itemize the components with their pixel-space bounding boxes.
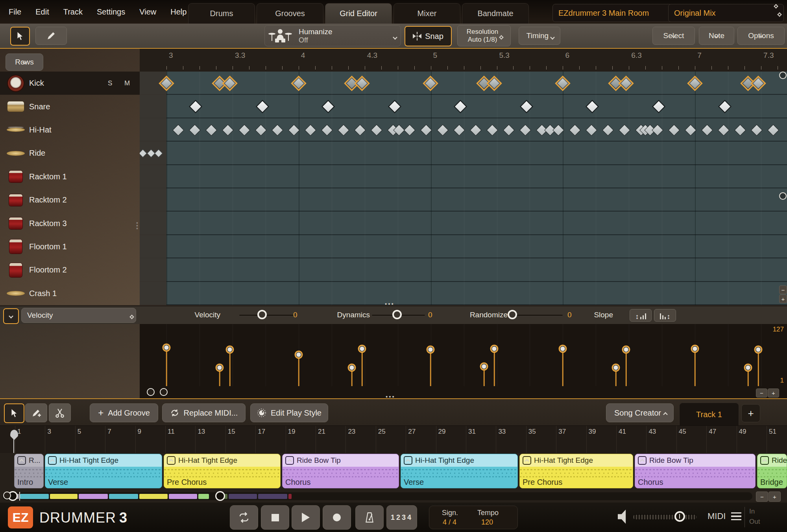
mix-preset-select[interactable]: Original Mix [668,4,784,22]
volume-slider[interactable] [633,514,697,520]
velocity-stem[interactable] [758,350,759,386]
drum-row-ride[interactable]: Ride [0,142,140,165]
grid-rows[interactable] [140,72,787,305]
chevron-up-box-icon[interactable] [167,456,176,465]
tab-drums[interactable]: Drums [188,3,255,24]
count-in-button[interactable]: 1234 [386,505,417,530]
stop-button[interactable] [261,505,289,530]
velocity-stem[interactable] [695,349,696,386]
song-block-pre-chorus[interactable]: Hi-Hat Tight EdgePre Chorus [164,454,281,488]
velocity-stem[interactable] [362,349,363,386]
velocity-slider-knob[interactable] [257,310,267,319]
menu-item-track[interactable]: Track [63,7,83,17]
velocity-stem-head[interactable] [295,351,303,359]
song-pencil-tool-button[interactable] [25,403,47,422]
dynamics-slider-knob[interactable] [392,310,402,319]
song-arrow-tool-button[interactable] [4,403,24,423]
velocity-stem-head[interactable] [358,345,366,353]
metronome-button[interactable] [355,505,384,530]
timing-button[interactable]: Timing [519,27,560,45]
slope-down-button[interactable]: ↕ [654,309,676,322]
midi-menu-icon[interactable] [731,512,741,520]
volume-knob[interactable] [674,511,685,522]
grid-row[interactable] [140,282,787,305]
song-block-verse[interactable]: Hi-Hat Tight EdgeVerse [45,454,162,488]
drum-row-floortom-1[interactable]: Floortom 1 [0,235,140,258]
velocity-stem-head[interactable] [348,363,356,372]
overview-segment[interactable] [169,494,197,499]
velocity-lane[interactable]: 127 1 [140,324,787,386]
drum-row-hi-hat[interactable]: Hi-Hat [0,118,140,142]
song-playhead[interactable] [10,430,19,453]
velocity-stem-head[interactable] [622,345,630,353]
menu-item-edit[interactable]: Edit [35,7,49,17]
panel-resize-handle[interactable]: ••• [136,222,138,230]
drum-row-racktom-1[interactable]: Racktom 1 [0,165,140,188]
velocity-stem[interactable] [494,349,495,386]
velocity-stem-head[interactable] [612,363,620,372]
overview-segment[interactable] [79,494,108,499]
drum-row-floortom-2[interactable]: Floortom 2 [0,258,140,282]
loop-start-handle[interactable] [147,388,155,396]
tab-grid-editor[interactable]: Grid Editor [325,3,392,24]
grid-ruler[interactable]: 33.344.355.366.377.3 [140,49,787,72]
song-creator-button[interactable]: Song Creator [606,403,674,422]
overview-left-handle[interactable] [3,492,11,499]
grid-row[interactable] [140,235,787,258]
note-grid-area[interactable]: 33.344.355.366.377.3 [140,49,787,305]
pencil-tool-button[interactable] [35,27,67,45]
vertical-scroll-knob[interactable] [779,72,787,79]
velocity-zoom-in-button[interactable]: + [768,388,779,398]
overview-range-handle[interactable] [215,491,225,501]
add-track-button[interactable]: + [741,404,760,422]
velocity-stem-head[interactable] [427,345,435,353]
menu-item-settings[interactable]: Settings [97,7,125,17]
lane-type-select[interactable]: Velocity [21,308,136,323]
velocity-stem[interactable] [430,350,431,386]
song-block-pre-chorus[interactable]: Hi-Hat Tight EdgePre Chorus [519,454,633,488]
velocity-slider-track[interactable] [239,315,294,316]
velocity-stem-head[interactable] [559,345,567,353]
chevron-up-box-icon[interactable] [404,456,412,465]
humanize-control[interactable]: Humanize Off [264,25,401,46]
loop-button[interactable] [230,505,258,530]
grid-row[interactable] [140,165,787,188]
rows-menu-button[interactable]: Rows [6,53,43,71]
drum-row-racktom-2[interactable]: Racktom 2 [0,188,140,212]
randomize-slider-knob[interactable] [508,310,517,319]
vertical-scroll-knob[interactable] [779,192,787,200]
song-block-chorus[interactable]: Ride Bow TipChorus [282,454,399,488]
menu-item-file[interactable]: File [9,7,21,17]
grid-zoom-out-button[interactable]: − [779,285,787,294]
song-scissors-tool-button[interactable] [49,403,71,422]
grid-row[interactable] [140,212,787,235]
chevron-up-box-icon[interactable] [285,456,294,465]
tab-bandmate[interactable]: Bandmate [462,3,529,24]
chevron-up-box-icon[interactable] [523,456,531,465]
overview-segment[interactable] [258,494,287,499]
tab-grooves[interactable]: Grooves [257,3,323,24]
overview-segment[interactable] [50,494,78,499]
overview-segment[interactable] [139,494,168,499]
drum-row-crash-1[interactable]: Crash 1 [0,282,140,305]
drum-row-snare[interactable]: Snare [0,95,140,118]
record-button[interactable] [323,505,351,530]
velocity-stem-head[interactable] [480,363,488,371]
loop-end-handle[interactable] [160,388,168,396]
velocity-stem-head[interactable] [754,345,763,353]
velocity-stem[interactable] [626,350,627,386]
sign-tempo-panel[interactable]: Sign. 4 / 4 Tempo 120 [429,506,518,529]
velocity-stem-head[interactable] [490,345,499,353]
snap-toggle-button[interactable]: Snap [405,26,452,46]
menu-item-help[interactable]: Help [170,7,187,17]
grid-zoom-in-button[interactable]: + [779,295,787,303]
velocity-stem[interactable] [562,349,563,386]
chevron-up-box-icon[interactable] [638,456,647,465]
options-menu-button[interactable]: Options [737,27,785,45]
velocity-stem-head[interactable] [216,363,224,372]
slope-up-button[interactable]: ↕ [630,309,652,322]
song-block-intro[interactable]: R...Intro [14,454,44,488]
collapse-panel-button[interactable] [3,308,19,324]
overview-segment[interactable] [109,494,138,499]
grid-row[interactable] [140,258,787,282]
